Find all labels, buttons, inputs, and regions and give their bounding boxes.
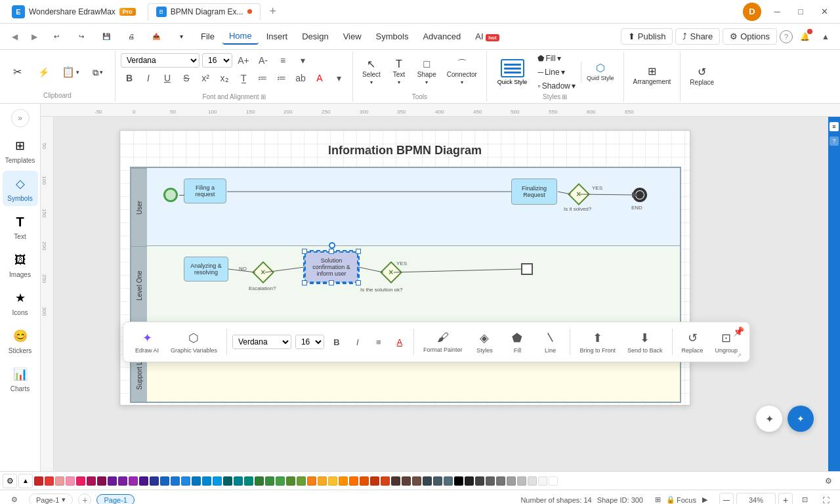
page-tab-inactive[interactable]: Page-1 ▾ [29,494,73,504]
font-family-select[interactable]: Verdana [121,53,200,68]
italic-button[interactable]: I [140,70,157,86]
sidebar-item-symbols[interactable]: ◇ Symbols [3,171,38,206]
color-swatch[interactable] [202,476,211,486]
ft-size-select[interactable]: 16 [295,335,324,349]
color-dropper-button[interactable]: ▲ [18,474,33,488]
color-swatch[interactable] [496,476,505,486]
quid-style-button[interactable]: ⬡ Quid Style [581,61,618,83]
arrangement-button[interactable]: ⊞ Arrangement [629,64,675,87]
start-event[interactable] [163,188,178,202]
shadow-button[interactable]: ▫ Shadow ▾ [535,80,578,92]
bullets-button[interactable]: ≔ [254,70,271,86]
fullscreen-button[interactable]: ⛶ [816,491,835,505]
color-swatch[interactable] [549,476,558,486]
level-one-swim-lane[interactable]: Analyzing & resolving × NO Solution conf… [147,246,680,324]
font-decrease-button[interactable]: A- [255,52,272,68]
shape-tool-button[interactable]: □ Shape ▾ [413,57,440,87]
ft-bold-button[interactable]: B [328,333,345,350]
color-swatch[interactable] [475,476,484,486]
canvas-content[interactable]: Information BPMN Diagram User Level One … [54,117,840,471]
sidebar-expand-button[interactable]: » [11,109,30,127]
sidebar-item-icons[interactable]: ★ Icons [3,285,38,320]
color-swatch[interactable] [34,476,43,486]
connector-tool-button[interactable]: ⌒ Connector ▾ [443,57,481,87]
color-swatch[interactable] [454,476,463,486]
canvas-area[interactable]: -50 0 50 100 150 200 250 300 350 400 450… [41,104,840,471]
color-swatch[interactable] [171,476,180,486]
color-swatch[interactable] [160,476,169,486]
sidebar-item-images[interactable]: 🖼 Images [3,247,38,282]
user-swim-lane[interactable]: Filing a request Finalizing Request × YE… [147,168,680,246]
superscript-button[interactable]: x² [197,70,214,86]
font-color-expand[interactable]: ▾ [330,70,347,86]
task-finalizing-request[interactable]: Finalizing Request [511,178,557,205]
ft-align-button[interactable]: ≡ [370,333,387,350]
color-swatch[interactable] [507,476,516,486]
color-swatch[interactable] [213,476,222,486]
close-button[interactable]: ✕ [814,3,835,21]
color-swatch[interactable] [276,476,285,486]
right-panel-button-1[interactable]: ≡ [830,122,839,131]
copy-format-button[interactable]: ⚡ [32,66,55,79]
color-swatch[interactable] [391,476,400,486]
quick-style-button[interactable]: Quick Style [492,56,533,88]
color-swatch[interactable] [465,476,474,486]
color-swatch[interactable] [349,476,358,486]
color-swatch[interactable] [55,476,64,486]
color-swatch[interactable] [307,476,316,486]
minimize-button[interactable]: ─ [766,3,788,21]
select-tool-button[interactable]: ↖ Select ▾ [358,57,385,87]
ft-format-painter[interactable]: 🖌 Format Painter [419,328,467,356]
color-swatch[interactable] [517,476,526,486]
collapse-ribbon-button[interactable]: ▲ [816,28,835,46]
line-button[interactable]: ─ Line ▾ [535,66,578,78]
export-button[interactable]: 📤 [144,31,168,42]
right-panel-button-2[interactable]: ? [830,136,839,146]
pin-button[interactable]: 📌 [733,326,744,337]
zoom-in-button[interactable]: + [778,493,793,505]
wordwrap-button[interactable]: ab [292,70,309,86]
ai-magic-button[interactable]: ✦ [788,406,814,432]
ft-graphic-variables[interactable]: ⬡ Graphic Variables [167,328,221,356]
color-swatch[interactable] [255,476,264,486]
back-button[interactable]: ◀ [5,28,24,46]
forward-button[interactable]: ▶ [25,28,43,46]
color-picker-button[interactable]: ⚙ [3,474,17,488]
font-expand[interactable]: ⊞ [261,93,266,100]
strikethrough-button[interactable]: S [178,70,195,86]
ft-fill[interactable]: ⬟ Fill [503,328,532,356]
ft-underline-a-button[interactable]: A [391,333,408,350]
menu-item-insert[interactable]: Insert [260,29,295,44]
color-swatch[interactable] [150,476,159,486]
sidebar-item-stickers[interactable]: 😊 Stickers [3,323,38,358]
maximize-button[interactable]: □ [790,3,811,21]
undo-button[interactable]: ↩ [45,31,68,42]
styles-expand[interactable]: ⊞ [562,93,567,100]
bold-button[interactable]: B [121,70,138,86]
color-swatch[interactable] [402,476,411,486]
add-page-button[interactable]: + [78,494,91,505]
sidebar-item-templates[interactable]: ⊞ Templates [3,133,38,168]
ft-replace[interactable]: ↺ Replace [678,328,707,356]
help-button[interactable]: ? [780,30,793,43]
task-solution-confirmation[interactable]: Solution confirmation & inform user [304,251,358,283]
more-button[interactable]: ▾ [169,31,193,42]
color-swatch[interactable] [129,476,138,486]
fill-button[interactable]: ⬟ Fill ▾ [535,52,578,64]
replace-button[interactable]: ↺ Replace [686,65,718,88]
color-swatch[interactable] [181,476,190,486]
task-filing-request[interactable]: Filing a request [184,178,226,203]
zoom-slider[interactable]: 34% [736,493,776,505]
font-color-button[interactable]: A [311,70,328,86]
ai-sparkle-button[interactable]: ✦ [756,406,782,432]
color-swatch[interactable] [97,476,106,486]
save-button[interactable]: 💾 [94,31,118,42]
color-swatch[interactable] [381,476,390,486]
task-analyzing[interactable]: Analyzing & resolving [184,257,228,282]
color-swatch[interactable] [76,476,85,486]
print-button[interactable]: 🖨 [119,31,143,42]
ft-styles[interactable]: ◈ Styles [470,328,499,356]
color-swatch[interactable] [286,476,295,486]
color-swatch[interactable] [360,476,369,486]
subscript-button[interactable]: x₂ [216,70,233,86]
